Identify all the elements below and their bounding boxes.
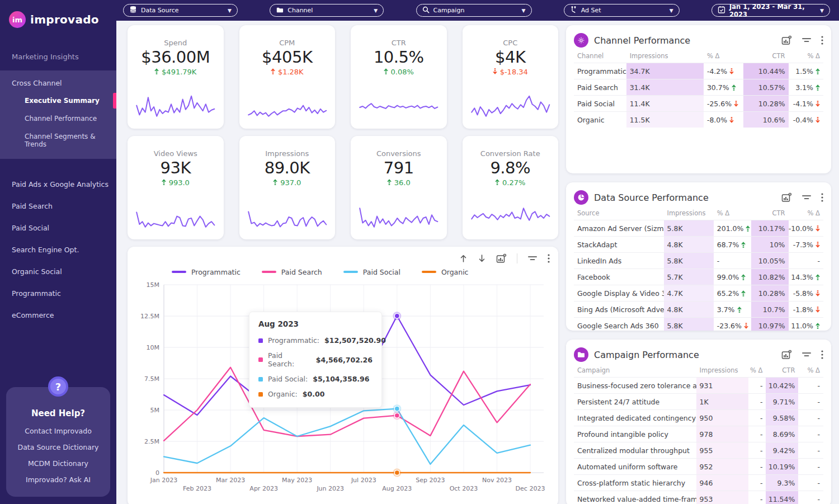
table-cell: 68.7% <box>714 237 751 252</box>
filter-icon[interactable] <box>527 255 538 262</box>
cell-text: 950 <box>700 414 713 422</box>
table-cell: - <box>798 410 823 426</box>
filter-label: Campaign <box>433 7 465 14</box>
delta-down-icon <box>816 101 820 107</box>
table-cell: 4.8K <box>664 237 714 252</box>
table-row[interactable]: Facebook5.7K99.0%10.82%14.3% <box>574 269 823 285</box>
sidebar-item-channel-performance[interactable]: Channel Performance <box>0 110 116 128</box>
chart-tooltip: Aug 2023 Programmatic: $12,507,520.90Pai… <box>249 312 382 408</box>
move-down-icon[interactable] <box>478 254 486 263</box>
help-question-icon[interactable]: ? <box>48 376 68 397</box>
filter-icon[interactable] <box>802 37 812 44</box>
table-cell: - <box>798 475 823 491</box>
cell-text: - <box>760 495 763 503</box>
legend-item-programmatic[interactable]: Programmatic <box>172 268 241 276</box>
sidebar-item-paid-social[interactable]: Paid Social <box>0 217 116 239</box>
filter-icon[interactable] <box>802 194 812 201</box>
sidebar-item-ecommerce[interactable]: eCommerce <box>0 304 116 326</box>
channel-filter[interactable]: Channel ▼ <box>270 4 384 17</box>
chart-settings-icon[interactable] <box>781 192 792 202</box>
sidebar-item-paid-ads-x-google-analytics[interactable]: Paid Ads x Google Analytics <box>0 173 116 195</box>
help-link[interactable]: MCDM Dictionary <box>11 455 106 472</box>
delta-down-icon <box>816 290 820 296</box>
cell-text: -5.8% <box>793 289 813 298</box>
kpi-sparkline <box>134 90 217 123</box>
cell-text: 10.28% <box>758 100 785 108</box>
sidebar-item-cross-channel[interactable]: Cross Channel <box>0 77 116 92</box>
sidebar-item-paid-search[interactable]: Paid Search <box>0 195 116 217</box>
chart-settings-icon[interactable] <box>781 35 792 45</box>
table-row[interactable]: Google Display & Video 3604.7K65.2%10.28… <box>574 285 823 301</box>
sidebar-item-executive-summary[interactable]: Executive Summary <box>0 92 116 110</box>
cell-text: - <box>817 398 820 406</box>
tooltip-title: Aug 2023 <box>258 319 373 328</box>
table-row[interactable]: Networked value-added time-frame953-11.5… <box>574 491 823 504</box>
kebab-menu-icon[interactable] <box>821 36 823 45</box>
cell-text: 10.97% <box>758 322 785 330</box>
table-row[interactable]: Integrated dedicated contingency950-9.58… <box>574 409 823 426</box>
table-row[interactable]: Google Search Ads 3605.8K-23.6%10.97%11.… <box>574 317 823 331</box>
kebab-menu-icon[interactable] <box>821 193 823 202</box>
cell-text: - <box>817 479 820 487</box>
table-row[interactable]: StackAdapt4.8K68.7%10%-7.3% <box>574 236 823 252</box>
table-row[interactable]: Paid Social11.4K-25.6%10.28%-4.1% <box>574 95 823 111</box>
table-row[interactable]: Paid Search31.4K30.7%10.57%3.1% <box>574 79 823 95</box>
delta-up-icon <box>816 274 820 280</box>
ad-set-filter[interactable]: Ad Set ▼ <box>564 4 680 17</box>
logo[interactable]: im improvado <box>0 0 116 28</box>
table-cell: 978 <box>696 426 749 442</box>
legend-item-paid-social[interactable]: Paid Social <box>343 268 400 276</box>
help-link[interactable]: Improvado? Ask AI <box>11 472 106 488</box>
cell-text: - <box>817 463 820 471</box>
filter-icon[interactable] <box>802 351 812 358</box>
table-row[interactable]: Organic11.5K-8.0%10.6%-0.4% <box>574 111 823 128</box>
sidebar-item-programmatic[interactable]: Programmatic <box>0 282 116 304</box>
table-cell: - <box>789 253 823 269</box>
tooltip-row: Paid Search: $4,566,702.26 <box>258 348 373 371</box>
help-link[interactable]: Data Source Dictionary <box>11 439 106 455</box>
delta-down-icon <box>744 323 748 329</box>
table-cell: - <box>748 426 766 442</box>
data-source-performance-card: Data Source Performance SourceImpression… <box>566 182 831 331</box>
sidebar-item-organic-social[interactable]: Organic Social <box>0 261 116 282</box>
sidebar-item-channel-segments-trends[interactable]: Channel Segments & Trends <box>0 128 116 153</box>
date-range-picker[interactable]: Jan 1, 2023 - Mar 31, 2023 ▼ <box>711 4 830 17</box>
table-row[interactable]: Persistent 24/7 attitude1K-9.71%- <box>574 393 823 409</box>
column-header: % Δ <box>704 52 743 60</box>
table-row[interactable]: LinkedIn Ads5.8K-10.05%- <box>574 252 823 269</box>
delta-down-icon <box>493 68 497 76</box>
table-cell: 11.5K <box>626 112 704 128</box>
chart-settings-icon[interactable] <box>781 350 792 360</box>
legend-item-paid-search[interactable]: Paid Search <box>262 268 322 276</box>
table-cell: 3.7% <box>714 302 751 317</box>
table-row[interactable]: Amazon Ad Server (Sizme...5.8K201.0%10.1… <box>574 220 823 236</box>
cell-text: 9.3% <box>777 479 795 487</box>
table-cell: StackAdapt <box>574 237 664 252</box>
table-row[interactable]: Automated uniform software952-10.19%- <box>574 458 823 474</box>
kebab-menu-icon[interactable] <box>548 254 550 263</box>
table-cell: Business-focused zero tolerance arch... <box>574 378 696 393</box>
chevron-down-icon: ▼ <box>228 8 232 13</box>
kpi-value: $36.00M <box>141 48 210 67</box>
cell-text: - <box>760 398 763 406</box>
table-cell: Facebook <box>574 269 664 285</box>
table-row[interactable]: Business-focused zero tolerance arch...9… <box>574 377 823 393</box>
column-header: % Δ <box>714 209 751 217</box>
campaign-filter[interactable]: Campaign ▼ <box>416 4 532 17</box>
cell-text: 1.5% <box>795 67 813 76</box>
table-row[interactable]: Profound intangible policy978-8.69%- <box>574 426 823 442</box>
table-row[interactable]: Bing Ads (Microsoft Advert...4.8K3.7%10.… <box>574 301 823 317</box>
table-cell: Amazon Ad Server (Sizme... <box>574 220 664 236</box>
sidebar-item-search-engine-opt-[interactable]: Search Engine Opt. <box>0 239 116 261</box>
table-row[interactable]: Centralized modular throughput955-9.42%- <box>574 442 823 458</box>
help-link[interactable]: Contact Improvado <box>11 423 106 439</box>
table-row[interactable]: Programmatic34.7K-4.2%10.44%1.5% <box>574 63 823 79</box>
chart-settings-icon[interactable] <box>496 253 507 263</box>
svg-text:15M: 15M <box>147 281 160 289</box>
kebab-menu-icon[interactable] <box>821 350 823 359</box>
move-up-icon[interactable] <box>459 254 468 263</box>
table-cell: 955 <box>696 442 749 458</box>
table-row[interactable]: Cross-platform static hierarchy946-9.3%- <box>574 474 823 491</box>
legend-item-organic[interactable]: Organic <box>422 268 469 276</box>
data-source-filter[interactable]: Data Source ▼ <box>123 4 238 17</box>
